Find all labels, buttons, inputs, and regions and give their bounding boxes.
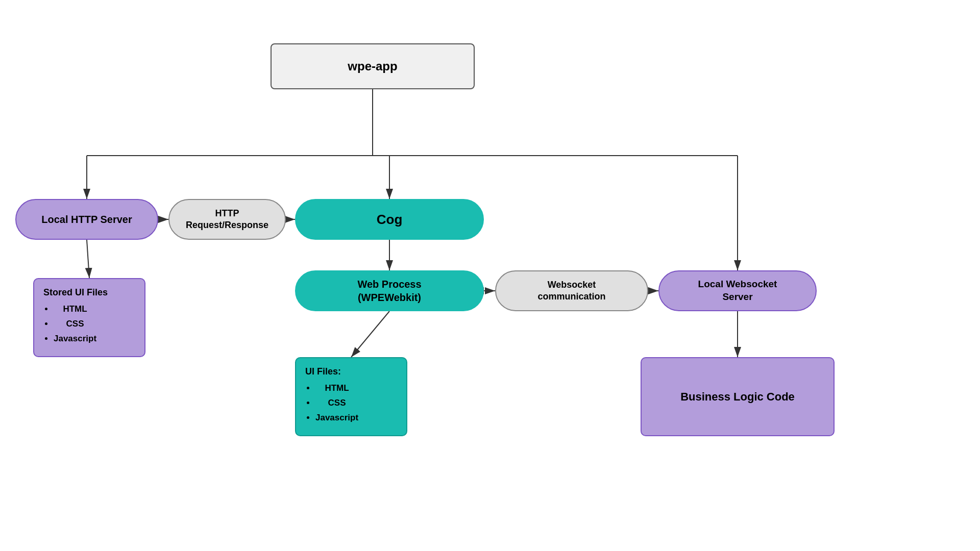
http-request-response-node: HTTPRequest/Response bbox=[168, 199, 286, 240]
local-http-server-node: Local HTTP Server bbox=[15, 199, 158, 240]
stored-ui-item-js: Javascript bbox=[54, 332, 96, 346]
websocket-comm-node: Websocketcommunication bbox=[495, 270, 648, 311]
stored-ui-item-html: HTML bbox=[54, 302, 96, 317]
local-ws-label: Local WebsocketServer bbox=[698, 278, 777, 303]
stored-ui-list: HTML CSS Javascript bbox=[43, 302, 96, 346]
svg-line-13 bbox=[351, 311, 389, 357]
local-ws-server-node: Local WebsocketServer bbox=[658, 270, 817, 311]
ui-files-list: HTML CSS Javascript bbox=[305, 381, 358, 425]
cog-node: Cog bbox=[295, 199, 484, 240]
ui-files-node: UI Files: HTML CSS Javascript bbox=[295, 357, 407, 436]
wpe-app-node: wpe-app bbox=[271, 43, 475, 89]
ui-files-item-html: HTML bbox=[315, 381, 358, 396]
ui-files-title: UI Files: bbox=[305, 366, 341, 377]
cog-label: Cog bbox=[377, 212, 403, 228]
websocket-comm-label: Websocketcommunication bbox=[537, 279, 605, 303]
local-http-label: Local HTTP Server bbox=[41, 214, 132, 226]
stored-ui-title: Stored UI Files bbox=[43, 287, 108, 298]
web-process-label: Web Process(WPEWebkit) bbox=[357, 278, 421, 304]
ui-files-item-css: CSS bbox=[315, 396, 358, 411]
svg-line-12 bbox=[87, 240, 89, 278]
business-logic-node: Business Logic Code bbox=[641, 357, 835, 436]
stored-ui-files-node: Stored UI Files HTML CSS Javascript bbox=[33, 278, 145, 357]
ui-files-item-js: Javascript bbox=[315, 411, 358, 425]
http-req-label: HTTPRequest/Response bbox=[186, 208, 268, 232]
business-logic-label: Business Logic Code bbox=[680, 390, 795, 404]
diagram-container: wpe-app Local HTTP Server HTTPRequest/Re… bbox=[0, 0, 980, 551]
connectors-svg bbox=[0, 0, 980, 551]
wpe-app-label: wpe-app bbox=[348, 59, 397, 73]
stored-ui-item-css: CSS bbox=[54, 317, 96, 332]
web-process-node: Web Process(WPEWebkit) bbox=[295, 270, 484, 311]
